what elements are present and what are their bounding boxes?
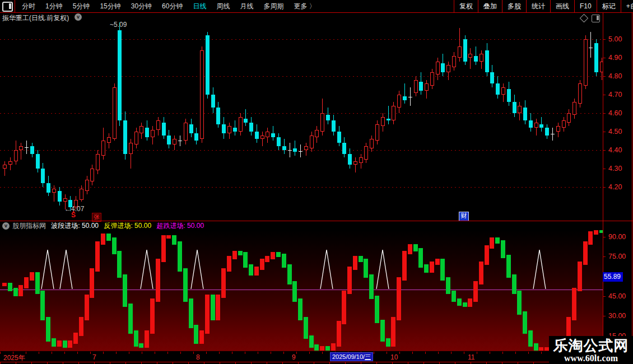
gridline <box>0 187 603 188</box>
candlestick-doji <box>589 48 593 48</box>
tool-button-6[interactable]: F10 <box>574 0 597 12</box>
candlestick-down <box>490 72 494 83</box>
tool-button-7[interactable]: 标记 <box>597 0 621 12</box>
period-tab-2[interactable]: 1分钟 <box>40 2 68 11</box>
high-price-annotation: ~5.09 <box>110 21 127 29</box>
indicator-param-3: 超跌进场: 50.00 <box>156 222 204 230</box>
indicator-chevron-icon[interactable]: v <box>2 222 10 230</box>
candlestick-down <box>293 148 297 152</box>
candlestick-up <box>364 146 368 160</box>
period-tab-11[interactable]: 更多 〉 <box>288 2 320 11</box>
axis-tick <box>603 58 606 58</box>
tool-buttons: 复权叠加多股统计画线F10标记+自选返回 <box>454 0 633 12</box>
candlestick-down <box>167 136 171 144</box>
candlestick-up <box>113 87 117 139</box>
axis-tick <box>603 169 606 169</box>
indicator-header: v 股朋指标网 波段进场: 50.00 反弹进场: 50.00 超跌进场: 50… <box>0 221 603 230</box>
candlestick-down <box>348 154 352 165</box>
candlestick-up <box>468 54 472 58</box>
period-tab-5[interactable]: 30分钟 <box>126 2 157 11</box>
tool-button-8[interactable]: +自选 <box>621 0 633 12</box>
time-axis[interactable]: 2025/09/10/三 2025年7891011 <box>0 352 633 362</box>
time-label: 7 <box>92 353 96 361</box>
candle-wick <box>21 143 21 160</box>
current-value-badge: 55.89 <box>603 272 623 282</box>
candle-wick <box>590 32 591 58</box>
candlestick-down <box>529 120 533 128</box>
candlestick-up <box>129 143 133 154</box>
indicator-param-1: 波段进场: 50.00 <box>51 222 99 230</box>
candlestick-up <box>8 161 12 165</box>
candlestick-up <box>14 150 18 161</box>
signal-triangle <box>191 250 203 289</box>
candlestick-down <box>277 137 281 146</box>
axis-tick <box>603 296 606 297</box>
tool-button-1[interactable]: 复权 <box>454 0 478 12</box>
candlestick-up <box>425 83 429 91</box>
candlestick-up <box>101 141 105 156</box>
candlestick-up <box>562 120 566 128</box>
price-label: 4.90 <box>608 54 622 62</box>
marker-letter: S <box>71 211 76 219</box>
candlestick-up <box>3 165 7 169</box>
candlestick-up <box>458 46 462 58</box>
tool-button-5[interactable]: 画线 <box>550 0 574 12</box>
period-tab-9[interactable]: 月线 <box>235 2 258 11</box>
candle-wick <box>388 106 389 124</box>
split-pane-icon[interactable] <box>592 15 600 22</box>
candlestick-up <box>85 180 89 191</box>
chart-title: 振华重工(日线.前复权) <box>2 13 69 23</box>
candlestick-up <box>184 123 188 141</box>
candlestick-up <box>63 198 67 202</box>
tool-button-4[interactable]: 统计 <box>526 0 550 12</box>
candlestick-up <box>584 39 588 86</box>
price-label: 4.70 <box>608 91 622 99</box>
candlestick-down <box>545 128 549 136</box>
app-window-icon[interactable] <box>2 2 13 12</box>
candlestick-up <box>90 169 94 181</box>
cai-marker-badge[interactable]: 财 <box>459 212 469 221</box>
watermark-title: 乐淘公式网 <box>553 338 629 353</box>
watermark-url: www.60lt.com <box>564 353 618 363</box>
indicator-value-label: 90.00 <box>608 233 626 241</box>
title-chevron-down-icon[interactable]: v <box>75 13 82 21</box>
candle-wick <box>4 161 5 176</box>
candlestick-up <box>266 132 269 137</box>
gridline <box>0 150 603 151</box>
period-menu: 分时1分钟5分钟15分钟30分钟60分钟日线周线月线多周期更多 〉 <box>17 0 321 12</box>
candlestick-chart[interactable] <box>0 13 603 221</box>
tool-button-3[interactable]: 多股 <box>502 0 526 12</box>
candlestick-up <box>573 102 576 115</box>
candlestick-doji <box>408 97 412 97</box>
candlestick-down <box>211 95 215 108</box>
candlestick-up <box>200 50 204 139</box>
candlestick-up <box>480 54 483 62</box>
candlestick-up <box>446 65 450 72</box>
candlestick-up <box>107 137 111 143</box>
period-tab-10[interactable]: 多周期 <box>258 2 288 11</box>
period-tab-8[interactable]: 周线 <box>211 2 235 11</box>
candlestick-up <box>239 117 243 132</box>
period-tab-7[interactable]: 日线 <box>188 2 211 11</box>
axis-tick <box>603 95 606 95</box>
candlestick-down <box>485 50 489 72</box>
candlestick-up <box>518 106 522 113</box>
candlestick-down <box>194 133 198 141</box>
period-tab-3[interactable]: 5分钟 <box>68 2 95 11</box>
candlestick-up <box>375 124 379 141</box>
period-tab-1[interactable]: 分时 <box>17 2 40 11</box>
period-tab-6[interactable]: 60分钟 <box>157 2 188 11</box>
indicator-chart[interactable] <box>0 230 603 351</box>
candlestick-doji <box>551 134 555 134</box>
gridline <box>0 76 603 77</box>
candlestick-up <box>430 72 434 86</box>
axis-tick <box>603 256 606 257</box>
candlestick-up <box>578 83 582 104</box>
tool-button-2[interactable]: 叠加 <box>478 0 502 12</box>
candlestick-down <box>282 146 286 150</box>
candlestick-up <box>359 157 363 163</box>
candlestick-down <box>249 123 253 132</box>
period-tab-4[interactable]: 15分钟 <box>95 2 125 11</box>
candlestick-up <box>397 95 401 108</box>
candlestick-doji <box>288 150 292 151</box>
